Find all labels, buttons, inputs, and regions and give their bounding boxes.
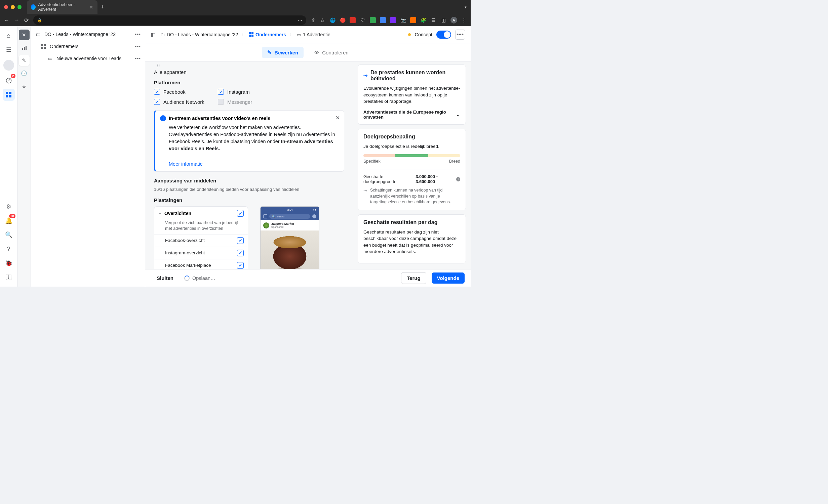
expand-eu-adsets[interactable]: Advertentiesets die de Europese regio om… bbox=[363, 108, 460, 120]
new-tab-button[interactable]: + bbox=[101, 4, 105, 11]
tab-edit[interactable]: ✎ Bewerken bbox=[262, 47, 304, 58]
extensions-puzzle-icon[interactable]: 🧩 bbox=[420, 17, 426, 23]
browser-tab[interactable]: Advertentiebeheer - Advertent ✕ bbox=[27, 0, 97, 14]
ads-manager-grid-icon[interactable] bbox=[3, 89, 15, 101]
breadcrumb-ad[interactable]: ▭ 1 Advertentie bbox=[297, 32, 330, 37]
edit-pencil-icon[interactable]: ✎ bbox=[19, 55, 30, 66]
toggle-side-panel-icon[interactable]: ◧ bbox=[151, 32, 156, 38]
notifications-bell-icon[interactable]: 🔔98 bbox=[3, 215, 15, 227]
more-actions-button[interactable]: ••• bbox=[455, 30, 465, 40]
extension-icon[interactable] bbox=[380, 17, 386, 23]
extension-icon[interactable] bbox=[370, 17, 376, 23]
extension-icon[interactable]: 🛡 bbox=[360, 17, 366, 23]
card-title-text: De prestaties kunnen worden beïnvloed bbox=[370, 70, 460, 82]
audience-breadth-meter bbox=[363, 154, 460, 157]
minimize-window[interactable] bbox=[11, 5, 15, 9]
tree-campaign-row[interactable]: 🗀 DO - Leads - Wintercampagne '22 ••• bbox=[31, 28, 145, 40]
placement-item-label: Instagram-overzicht bbox=[165, 250, 205, 255]
account-avatar[interactable] bbox=[3, 60, 14, 71]
checkbox-instagram[interactable] bbox=[218, 89, 224, 95]
checkbox-placement[interactable] bbox=[237, 262, 244, 269]
close-editor-icon[interactable]: ✕ bbox=[19, 30, 30, 40]
collapse-caret-icon[interactable]: ▼ bbox=[158, 212, 162, 215]
tree-adset-row[interactable]: Ondernemers ••• bbox=[31, 40, 145, 52]
preview-search-bar: 🔍Search bbox=[261, 213, 319, 220]
reload-button[interactable]: ⟳ bbox=[24, 17, 29, 24]
notification-badge: 98 bbox=[9, 214, 15, 218]
close-icon[interactable]: ✕ bbox=[336, 115, 340, 121]
extension-icon[interactable] bbox=[350, 17, 356, 23]
info-learn-more-link[interactable]: Meer informatie bbox=[160, 157, 339, 167]
checkbox-messenger bbox=[218, 99, 224, 105]
menu-icon[interactable]: ☰ bbox=[3, 44, 15, 56]
folder-icon: 🗀 bbox=[35, 32, 41, 37]
placement-item[interactable]: Instagram-overzicht bbox=[154, 247, 248, 259]
expand-label: Advertentiesets die de Europese regio om… bbox=[363, 110, 456, 120]
close-tab-icon[interactable]: ✕ bbox=[89, 4, 93, 10]
forward-button[interactable]: → bbox=[14, 17, 19, 23]
bug-icon[interactable]: 🐞 bbox=[3, 257, 15, 269]
placement-item[interactable]: Facebook-overzicht bbox=[154, 234, 248, 247]
back-button[interactable]: Terug bbox=[401, 272, 426, 284]
breadcrumb-adset[interactable]: Ondernemers bbox=[249, 32, 286, 38]
reading-list-icon[interactable]: ☰ bbox=[430, 17, 436, 23]
assets-heading: Aanpassing van middelen bbox=[154, 178, 344, 183]
more-icon[interactable]: ••• bbox=[135, 32, 141, 37]
share-icon[interactable]: ⇪ bbox=[311, 17, 315, 24]
checkbox-placement[interactable] bbox=[237, 250, 244, 256]
placement-item[interactable]: Facebook Marketplace bbox=[154, 259, 248, 269]
tab-overflow-icon[interactable]: ▾ bbox=[465, 5, 467, 9]
ad-preview: ••••2:04●● 🔍Search Jasper's Market Spons… bbox=[260, 206, 319, 269]
settings-gear-icon[interactable]: ⚙ bbox=[3, 201, 15, 213]
close-window[interactable] bbox=[4, 5, 8, 9]
checkbox-group-all[interactable] bbox=[237, 210, 244, 217]
home-icon[interactable]: ⌂ bbox=[3, 30, 15, 42]
back-button[interactable]: ← bbox=[4, 17, 9, 23]
tree-ad-row[interactable]: ▭ Nieuwe advertentie voor Leads ••• bbox=[31, 52, 145, 65]
zoom-icon[interactable]: ⊕ bbox=[19, 81, 30, 91]
next-button[interactable]: Volgende bbox=[432, 272, 465, 284]
extension-icon[interactable] bbox=[410, 17, 416, 23]
info-title: In-stream advertenties voor video's en r… bbox=[169, 116, 270, 121]
chrome-menu-icon[interactable]: ⋮ bbox=[461, 17, 467, 24]
help-icon[interactable]: ? bbox=[3, 243, 15, 255]
breadcrumb-campaign[interactable]: 🗀 DO - Leads - Wintercampagne '22 bbox=[160, 32, 238, 37]
info-icon[interactable]: i bbox=[456, 177, 460, 181]
chart-icon[interactable] bbox=[19, 42, 30, 53]
collapse-panel-icon[interactable]: ⿰ bbox=[3, 271, 15, 283]
more-icon[interactable]: ••• bbox=[135, 56, 141, 61]
window-controls bbox=[4, 5, 22, 9]
extension-icon[interactable]: 🔴 bbox=[340, 17, 346, 23]
omnibox-more-icon[interactable]: ⋯ bbox=[298, 18, 302, 23]
extension-icon[interactable]: 📷 bbox=[400, 17, 406, 23]
checkbox-facebook[interactable] bbox=[154, 89, 160, 95]
meta-left-rail: ⌂ ☰ 2 ⚙ 🔔98 🔍 ? 🐞 ⿰ bbox=[0, 26, 17, 287]
checkbox-audience-network[interactable] bbox=[154, 99, 160, 105]
advertiser-name: Jasper's Market bbox=[271, 222, 294, 225]
extension-icon[interactable] bbox=[390, 17, 396, 23]
notification-badge: 2 bbox=[11, 74, 15, 78]
camera-icon bbox=[263, 214, 267, 218]
audience-card: Doelgroepsbepaling Je doelgroepselectie … bbox=[358, 129, 466, 210]
search-icon[interactable]: 🔍 bbox=[3, 229, 15, 241]
tab-review[interactable]: 👁 Controleren bbox=[309, 47, 354, 58]
bookmark-icon[interactable]: ☆ bbox=[320, 17, 325, 24]
more-icon[interactable]: ••• bbox=[135, 44, 141, 49]
audience-note: ⤳ Schattingen kunnen na verloop van tijd… bbox=[363, 187, 460, 205]
profile-avatar[interactable]: A bbox=[450, 17, 457, 24]
drag-handle-icon[interactable]: ⠿ bbox=[157, 63, 344, 69]
assets-subtitle: 16/16 plaatsingen die ondersteuning bied… bbox=[154, 187, 344, 192]
checkbox-placement[interactable] bbox=[237, 237, 244, 244]
advertiser-avatar-icon bbox=[263, 222, 269, 228]
history-clock-icon[interactable]: 🕒 bbox=[19, 68, 30, 79]
gauge-icon[interactable]: 2 bbox=[3, 75, 15, 87]
address-bar[interactable]: 🔒 ⋯ bbox=[33, 15, 306, 25]
performance-impact-card: ⤳ De prestaties kunnen worden beïnvloed … bbox=[358, 65, 466, 125]
maximize-window[interactable] bbox=[17, 5, 22, 9]
close-button[interactable]: Sluiten bbox=[151, 272, 179, 284]
activate-toggle[interactable] bbox=[436, 31, 451, 39]
extension-icon[interactable]: 🌐 bbox=[329, 17, 336, 23]
editor-form: ⠿ Alle apparaten Platformen Facebook Ins… bbox=[145, 62, 353, 269]
saving-label: Opslaan… bbox=[192, 276, 215, 281]
sidepanel-icon[interactable]: ◫ bbox=[440, 17, 446, 23]
